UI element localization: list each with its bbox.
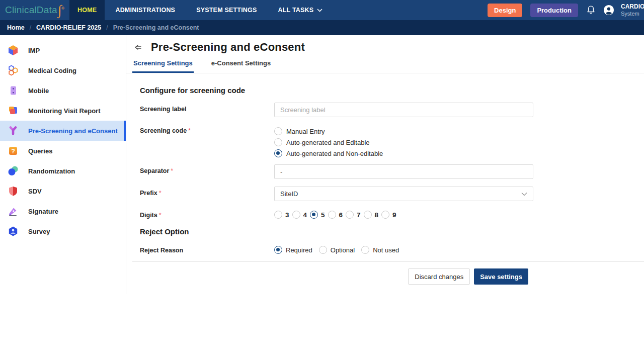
nav-item-all-tasks[interactable]: ALL TASKS	[268, 0, 334, 20]
prefix-row: Prefix* SiteID	[140, 187, 644, 201]
app-window: ClinicalData ∫ ® HOME ADMINISTRATIONS SY…	[0, 0, 644, 362]
sidebar-item-pre-screening-and-econsent[interactable]: Pre-Screening and eConsent	[0, 121, 126, 141]
reject-reason-row: Reject Reason Required Optional Not used	[140, 244, 644, 254]
sidebar-item-queries[interactable]: ? Queries	[0, 141, 126, 161]
top-navbar: ClinicalData ∫ ® HOME ADMINISTRATIONS SY…	[0, 0, 644, 20]
sidebar-item-sdv[interactable]: SDV	[0, 181, 126, 201]
breadcrumb: Home / CARDIO-RELIEF 2025 / Pre-Screenin…	[0, 20, 644, 35]
tab-screening-settings[interactable]: Screening Settings	[132, 59, 194, 73]
sidebar: IMP Medical Coding Mobile	[0, 35, 126, 294]
app-logo[interactable]: ClinicalData ∫ ®	[0, 0, 69, 20]
save-settings-button[interactable]: Save settings	[474, 268, 528, 285]
radio-digits-5[interactable]: 5	[310, 211, 325, 219]
radio-circle[interactable]	[319, 246, 327, 254]
radio-circle[interactable]	[274, 138, 282, 146]
required-asterisk: *	[159, 190, 162, 197]
logo-text: ClinicalData	[5, 5, 57, 16]
back-button[interactable]	[133, 42, 143, 52]
sidebar-item-monitoring-visit-report[interactable]: Monitoring Visit Report	[0, 101, 126, 121]
hexagons-icon	[7, 64, 19, 76]
user-menu-button[interactable]	[603, 5, 614, 16]
required-asterisk: *	[188, 127, 191, 134]
radio-reject-not-used[interactable]: Not used	[361, 246, 399, 254]
radio-circle[interactable]	[274, 211, 282, 219]
notifications-button[interactable]	[586, 5, 596, 16]
digits-row: Digits* 3 4 5 6	[140, 209, 644, 219]
breadcrumb-study[interactable]: CARDIO-RELIEF 2025	[36, 24, 101, 31]
separator-input[interactable]	[274, 164, 533, 179]
radio-circle-checked[interactable]	[274, 149, 282, 157]
radio-circle[interactable]	[274, 127, 282, 135]
fork-icon	[7, 125, 19, 137]
radio-digits-4[interactable]: 4	[292, 211, 307, 219]
sidebar-item-randomization[interactable]: Randomization	[0, 161, 126, 181]
bell-icon	[586, 5, 596, 16]
sidebar-item-imp[interactable]: IMP	[0, 40, 126, 60]
radio-auto-generated-non-editable[interactable]: Auto-generated and Non-editable	[274, 148, 533, 159]
sidebar-item-signature[interactable]: Signature	[0, 201, 126, 221]
breadcrumb-separator: /	[30, 24, 31, 31]
production-mode-button[interactable]: Production	[530, 4, 578, 17]
required-asterisk: *	[159, 212, 162, 219]
pen-nib-icon	[7, 205, 19, 217]
radio-reject-optional[interactable]: Optional	[319, 246, 355, 254]
nav-item-administrations[interactable]: ADMINISTRATIONS	[105, 0, 186, 20]
section-title-configure: Configure for screening code	[140, 86, 644, 95]
back-arrow-icon	[133, 42, 143, 52]
navbar-right-group: Design Production CARDIO System	[488, 3, 644, 18]
radio-circle-checked[interactable]	[274, 246, 282, 254]
nav-item-home[interactable]: HOME	[69, 0, 105, 20]
digits-label: Digits*	[140, 209, 274, 219]
settings-tabs: Screening Settings e-Consent Settings	[126, 59, 644, 73]
radio-digits-7[interactable]: 7	[346, 211, 361, 219]
sidebar-item-survey[interactable]: Survey	[0, 221, 126, 241]
design-mode-button[interactable]: Design	[488, 4, 522, 17]
screening-label-input[interactable]	[274, 103, 533, 117]
stacked-squares-icon	[7, 105, 19, 117]
reject-reason-label: Reject Reason	[140, 244, 274, 254]
radio-digits-9[interactable]: 9	[381, 211, 396, 219]
radio-auto-generated-editable[interactable]: Auto-generated and Editable	[274, 137, 533, 148]
cube-3d-icon	[7, 44, 19, 56]
main-content: Pre-Screening and eConsent Screening Set…	[126, 35, 644, 362]
separator-row: Separator*	[140, 164, 644, 179]
radio-digits-8[interactable]: 8	[364, 211, 379, 219]
chevron-down-icon	[521, 192, 527, 196]
current-study-label[interactable]: CARDIO System	[621, 3, 644, 18]
radio-circle[interactable]	[364, 211, 372, 219]
section-title-reject-option: Reject Option	[140, 227, 644, 236]
prefix-select-value: SiteID	[280, 190, 298, 198]
overlapping-circles-icon	[7, 165, 19, 177]
screening-code-row: Screening code* Manual Entry Auto-genera…	[140, 124, 644, 159]
radio-digits-3[interactable]: 3	[274, 211, 289, 219]
sidebar-item-medical-coding[interactable]: Medical Coding	[0, 60, 126, 80]
radio-circle[interactable]	[346, 211, 354, 219]
registered-mark: ®	[61, 6, 64, 11]
phone-icon	[7, 84, 19, 97]
radio-circle[interactable]	[381, 211, 389, 219]
question-mark-icon: ?	[7, 145, 19, 157]
user-avatar-icon	[603, 5, 614, 16]
radio-circle[interactable]	[292, 211, 300, 219]
tab-econsent-settings[interactable]: e-Consent Settings	[210, 59, 272, 73]
page-title: Pre-Screening and eConsent	[151, 41, 305, 54]
discard-changes-button[interactable]: Discard changes	[408, 268, 470, 285]
breadcrumb-home[interactable]: Home	[7, 24, 25, 31]
radio-reject-required[interactable]: Required	[274, 246, 312, 254]
radio-manual-entry[interactable]: Manual Entry	[274, 126, 533, 137]
screening-code-label: Screening code*	[140, 124, 274, 159]
chevron-down-icon	[317, 9, 323, 12]
radio-digits-6[interactable]: 6	[328, 211, 343, 219]
radio-circle-checked[interactable]	[310, 211, 318, 219]
radio-circle[interactable]	[361, 246, 369, 254]
shield-icon	[7, 185, 19, 197]
person-hexagon-icon	[7, 225, 19, 237]
prefix-label: Prefix*	[140, 187, 274, 201]
screening-settings-form: Configure for screening code Screening l…	[126, 73, 644, 261]
prefix-select[interactable]: SiteID	[274, 187, 533, 201]
sidebar-item-mobile[interactable]: Mobile	[0, 80, 126, 101]
radio-circle[interactable]	[328, 211, 336, 219]
svg-text:?: ?	[11, 148, 15, 155]
nav-item-system-settings[interactable]: SYSTEM SETTINGS	[186, 0, 267, 20]
logo-swoosh-icon: ∫	[58, 5, 61, 15]
